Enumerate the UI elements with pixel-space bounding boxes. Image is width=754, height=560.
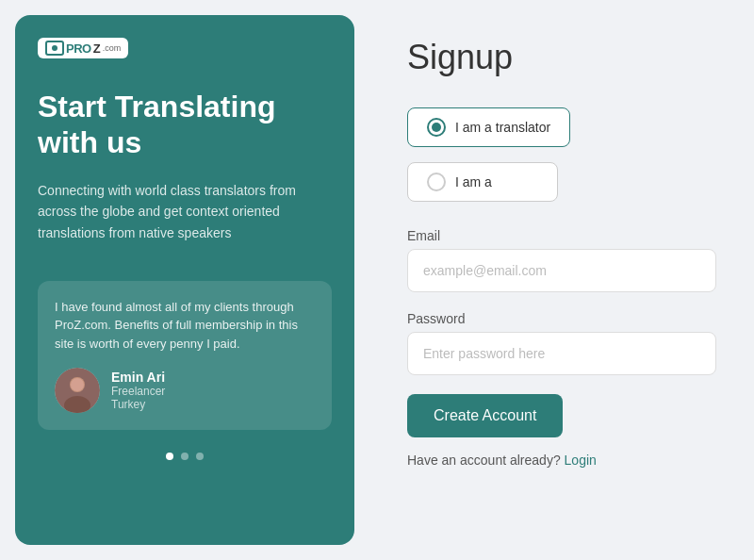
client-radio-circle [427, 173, 446, 191]
client-radio-label: I am a [455, 174, 492, 189]
left-panel: PRO Z .com Start Translating with us Con… [15, 15, 354, 545]
testimonial-card: I have found almost all of my clients th… [38, 281, 332, 431]
login-link[interactable]: Login [565, 453, 597, 468]
dot-3[interactable] [196, 453, 204, 460]
author-info: Emin Ari Freelancer Turkey [111, 370, 165, 411]
author-country: Turkey [111, 398, 165, 411]
logo-area: PRO Z .com [38, 38, 332, 58]
testimonial-text: I have found almost all of my clients th… [55, 298, 315, 354]
logo-pro-text: PRO [66, 41, 91, 56]
svg-point-1 [52, 45, 57, 51]
author-name: Emin Ari [111, 370, 165, 385]
logo-z-text: Z [93, 41, 101, 56]
email-form-group: Email [407, 228, 716, 292]
hero-subtitle: Connecting with world class translators … [38, 180, 332, 243]
logo-com-text: .com [103, 43, 122, 53]
password-label: Password [407, 311, 716, 326]
dot-1[interactable] [166, 453, 173, 460]
right-panel: Signup I am a translator I am a Email Pa… [369, 0, 754, 560]
create-account-button[interactable]: Create Account [407, 394, 563, 437]
proz-logo: PRO Z .com [38, 38, 128, 58]
author-avatar [55, 368, 100, 413]
testimonial-author: Emin Ari Freelancer Turkey [55, 368, 315, 413]
logo-icon [45, 41, 64, 56]
client-option[interactable]: I am a [407, 162, 558, 202]
password-form-group: Password [407, 311, 716, 375]
email-label: Email [407, 228, 716, 243]
translator-option[interactable]: I am a translator [407, 107, 570, 147]
login-prompt-text: Have an account already? [407, 453, 561, 468]
password-input[interactable] [407, 332, 716, 375]
signup-title: Signup [407, 38, 716, 77]
translator-radio-inner [432, 123, 441, 132]
author-role: Freelancer [111, 385, 165, 398]
role-radio-group: I am a translator I am a [407, 107, 716, 202]
svg-point-5 [71, 378, 84, 391]
translator-radio-circle [427, 118, 446, 137]
translator-radio-label: I am a translator [455, 120, 550, 135]
email-input[interactable] [407, 249, 716, 292]
hero-title: Start Translating with us [38, 89, 332, 161]
carousel-dots [38, 453, 332, 460]
login-prompt: Have an account already? Login [407, 453, 716, 468]
dot-2[interactable] [181, 453, 188, 460]
avatar-svg [55, 368, 100, 413]
